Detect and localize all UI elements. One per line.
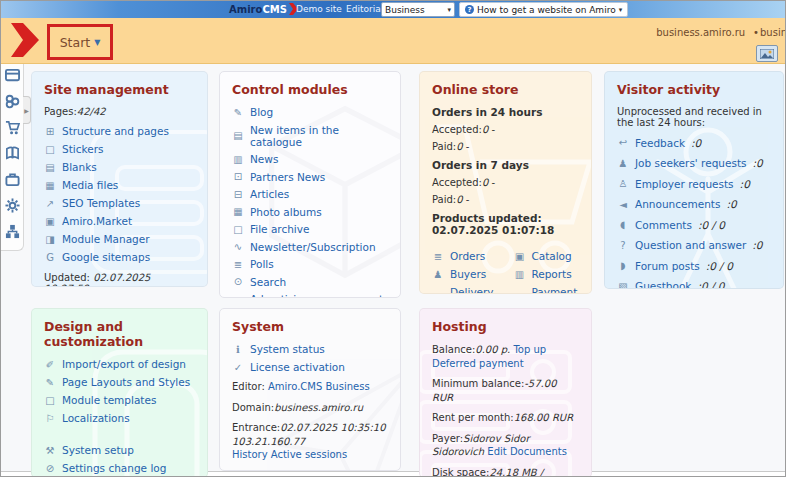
- panel-link[interactable]: Module templates: [62, 394, 156, 406]
- panel-link[interactable]: System setup: [62, 444, 134, 456]
- item-count: :0: [752, 157, 762, 169]
- panel-link[interactable]: Import/export of design: [62, 358, 186, 370]
- list-item: ≣ Polls: [232, 258, 388, 270]
- comments-icon: ◖: [617, 219, 629, 230]
- list-item: ⊘ Settings change log: [44, 462, 195, 474]
- item-count: :0 / 0: [698, 219, 725, 231]
- panel-link[interactable]: Stickers: [62, 143, 103, 155]
- panel-link[interactable]: File archive: [250, 223, 309, 235]
- panel-link[interactable]: SEO Templates: [62, 197, 140, 209]
- payer-edit-link[interactable]: Edit: [487, 446, 506, 457]
- media-preview-button[interactable]: [756, 45, 778, 62]
- media-files-icon: ▦: [44, 180, 56, 191]
- panel-link[interactable]: Guestbook: [635, 280, 691, 289]
- brand-arrow-icon: [11, 23, 39, 57]
- panel-link[interactable]: Forum posts: [635, 260, 700, 272]
- editor-link[interactable]: Amiro.CMS Business: [268, 381, 370, 392]
- help-dropdown-button[interactable]: ? How to get a website on Amiro ▾: [459, 2, 628, 17]
- panel-link[interactable]: New items in the catalogue: [250, 124, 388, 148]
- demo-site-link[interactable]: Demo site: [296, 4, 342, 14]
- panel-link[interactable]: Amiro.Market: [62, 215, 132, 227]
- panel-link[interactable]: Buyers: [450, 268, 486, 280]
- store-links-grid: ≣ Orders ♟ Buyers ⊟ Delivery methods: [432, 244, 579, 294]
- disk-space-row: Disk space:24.18 MB / 500.00 MB: [432, 466, 579, 477]
- question-answer-icon: ?: [617, 240, 629, 251]
- list-item: ⚐ Localizations: [44, 412, 195, 424]
- advertising-icon: ↗: [232, 294, 244, 299]
- panel-link[interactable]: News: [250, 153, 278, 165]
- store-links-col2: ▣ Catalog ▥ Reports ▤ Payment methods: [513, 244, 581, 294]
- payer-documents-link[interactable]: Documents: [510, 446, 567, 457]
- blog-icon: ✎: [232, 107, 244, 118]
- forum-posts-icon: ◗: [617, 260, 629, 271]
- logo-text-amiro: Amiro: [229, 4, 262, 15]
- sidebar-expand-handle[interactable]: ▶: [23, 96, 31, 124]
- top-up-link[interactable]: Top up: [513, 344, 546, 355]
- item-count: :0: [752, 239, 762, 251]
- panel-link[interactable]: Partners News: [250, 171, 325, 183]
- disk-space-label: Disk space:: [432, 467, 489, 477]
- panel-link[interactable]: Structure and pages: [62, 125, 169, 137]
- blank-page-icon: ▤: [44, 162, 56, 173]
- sidebar: [1, 64, 24, 251]
- panel-link[interactable]: Reports: [531, 268, 571, 280]
- gear-icon[interactable]: [5, 198, 20, 213]
- structure-tree-icon[interactable]: [5, 224, 20, 239]
- item-count: :0: [740, 178, 750, 190]
- panel-link[interactable]: Delivery methods: [450, 286, 511, 294]
- start-menu-button[interactable]: Start ▼: [47, 24, 113, 60]
- panel-link[interactable]: Photo albums: [250, 206, 322, 218]
- panel-link[interactable]: License activation: [250, 361, 345, 373]
- image-icon: [760, 49, 774, 59]
- app-bar: Start ▼ business.amiro.ru • busin: [1, 18, 785, 64]
- panel-link[interactable]: Page Layouts and Styles: [62, 376, 190, 388]
- panel-link[interactable]: Localizations: [62, 412, 130, 424]
- panel-link[interactable]: Blanks: [62, 161, 97, 173]
- design-book-icon[interactable]: [5, 146, 20, 161]
- panel-link[interactable]: Blog: [250, 106, 273, 118]
- updated-timestamp: Updated: 02.07.2025 10:27:59: [44, 272, 195, 287]
- shopping-cart-icon[interactable]: [5, 120, 20, 135]
- list-item: ↗ Advertising management: [232, 293, 388, 298]
- panel-link[interactable]: Announcements: [635, 198, 720, 210]
- panel-link[interactable]: Payment methods: [531, 286, 581, 294]
- polls-icon: ≣: [232, 259, 244, 270]
- deferred-payment-link[interactable]: Deferred payment: [432, 358, 524, 369]
- panel-title: Online store: [432, 82, 579, 97]
- history-link[interactable]: History: [232, 449, 268, 460]
- panel-link[interactable]: Newsletter/Subscription: [250, 241, 376, 253]
- articles-icon: ⊟: [232, 189, 244, 200]
- backup-create-link[interactable]: Create: [275, 470, 308, 472]
- help-button-label: How to get a website on Amiro: [477, 5, 616, 15]
- panel-link[interactable]: Module Manager: [62, 233, 150, 245]
- panel-link[interactable]: Orders: [450, 250, 485, 262]
- store-links-col1: ≣ Orders ♟ Buyers ⊟ Delivery methods: [432, 244, 511, 294]
- module-templates-icon: □: [44, 395, 56, 406]
- list-item: ⊞ Structure and pages: [44, 125, 195, 137]
- panel-link[interactable]: System status: [250, 343, 325, 355]
- list-item: ▤ Payment methods: [513, 286, 581, 294]
- panel-link[interactable]: Articles: [250, 188, 289, 200]
- active-sessions-link[interactable]: Active sessions: [271, 449, 347, 460]
- editorial-select[interactable]: Business ▾: [381, 2, 455, 17]
- panel-link[interactable]: Job seekers' requests: [635, 157, 746, 169]
- panel-link[interactable]: Polls: [250, 258, 274, 270]
- list-item: ♟ Job seekers' requests :0: [617, 157, 771, 169]
- briefcase-icon[interactable]: [5, 172, 20, 187]
- panel-link[interactable]: Question and answer: [635, 239, 746, 251]
- panel-link[interactable]: Search: [250, 276, 286, 288]
- panel-link[interactable]: Settings change log: [62, 462, 166, 474]
- panel-link[interactable]: Advertising management: [250, 293, 383, 298]
- site-pages-icon[interactable]: [5, 68, 20, 83]
- panel-link[interactable]: Comments: [635, 219, 692, 231]
- list-item: ◨ Module Manager: [44, 233, 195, 245]
- panel-link[interactable]: Feedback: [635, 137, 685, 149]
- partners-news-icon: ⊡: [232, 171, 244, 182]
- panel-link[interactable]: Media files: [62, 179, 118, 191]
- panel-link[interactable]: Catalog: [531, 250, 571, 262]
- panel-link[interactable]: Employer requests: [635, 178, 734, 190]
- editor-label: Editor:: [232, 381, 265, 392]
- panel-link[interactable]: Google sitemaps: [62, 251, 150, 263]
- list-item: ◄ Announcements :0: [617, 198, 771, 210]
- modules-icon[interactable]: [5, 94, 20, 109]
